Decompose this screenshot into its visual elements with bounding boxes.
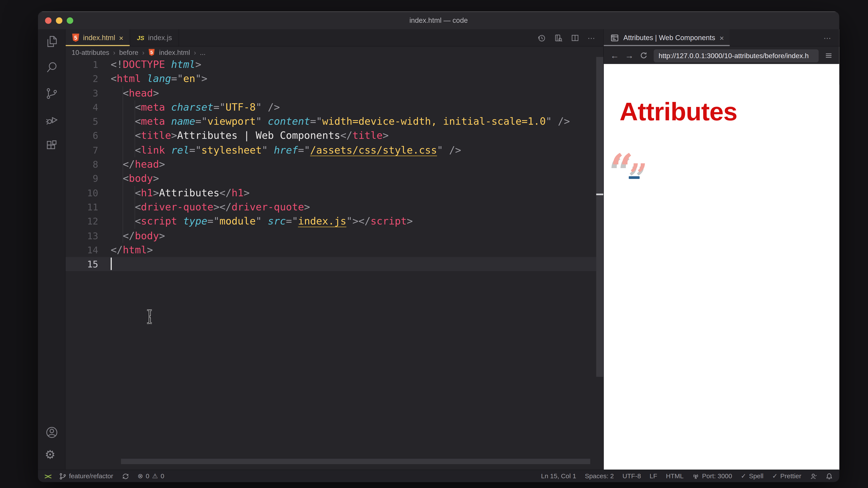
code-line[interactable]: 1<!DOCTYPE html> [66, 58, 596, 72]
indentation[interactable]: Spaces: 2 [585, 473, 614, 480]
line-number: 4 [66, 100, 98, 115]
account-icon[interactable] [45, 426, 58, 440]
tab-index-html[interactable]: 5 index.html × [66, 29, 131, 46]
run-debug-icon[interactable] [45, 113, 58, 126]
more-actions-icon[interactable]: ⋯ [588, 33, 596, 42]
encoding[interactable]: UTF-8 [623, 473, 641, 480]
horizontal-scrollbar[interactable] [121, 459, 590, 464]
prettier-formatter[interactable]: ✓ Prettier [772, 473, 801, 480]
breadcrumb-folder[interactable]: 10-attributes [72, 48, 110, 56]
line-content: <title>Attributes | Web Components</titl… [98, 129, 389, 143]
remote-indicator[interactable]: >< [44, 472, 51, 480]
url-input[interactable]: http://127.0.0.1:3000/10-attributes/befo… [654, 49, 819, 62]
line-content [98, 257, 112, 271]
language-mode[interactable]: HTML [666, 473, 684, 480]
page-heading: Attributes [620, 97, 737, 126]
code-line[interactable]: 15 [66, 257, 596, 271]
git-branch-item[interactable]: feature/refactor [59, 473, 113, 480]
code-line[interactable]: 5 <meta name="viewport" content="width=d… [66, 115, 596, 129]
preview-more-actions-icon[interactable]: ⋯ [824, 33, 839, 42]
breadcrumb[interactable]: 10-attributes › before › 5 index.html › … [66, 46, 603, 58]
line-number: 12 [66, 214, 98, 229]
sync-item[interactable] [122, 473, 129, 480]
code-line[interactable]: 14</html> [66, 243, 596, 257]
code-line[interactable]: 12 <script type="module" src="index.js">… [66, 214, 596, 229]
branch-icon [59, 473, 66, 480]
preview-tab-bar: Attributes | Web Components × ⋯ [604, 29, 839, 46]
line-number: 1 [66, 58, 98, 72]
code-line[interactable]: 2<html lang="en"> [66, 72, 596, 86]
notifications-item[interactable] [826, 473, 833, 480]
indent-guide [134, 186, 135, 229]
line-number: 9 [66, 171, 98, 186]
feedback-person-icon [810, 473, 817, 480]
breadcrumb-symbol[interactable]: ... [200, 48, 206, 56]
live-server-port[interactable]: Port: 3000 [692, 473, 732, 480]
preview-tab[interactable]: Attributes | Web Components × [604, 29, 730, 46]
reload-icon[interactable] [640, 52, 648, 60]
code-editor[interactable]: 1<!DOCTYPE html>2<html lang="en">3 <head… [66, 58, 596, 470]
open-changes-icon[interactable] [554, 33, 563, 42]
browser-nav-bar: ← → http://127.0.0.1:3000/10-attributes/… [604, 46, 839, 65]
html5-file-icon: 5 [149, 49, 155, 56]
code-line[interactable]: 8 </head> [66, 157, 596, 171]
settings-gear-icon[interactable]: ⚙ [45, 449, 58, 463]
cursor-position[interactable]: Ln 15, Col 1 [541, 473, 576, 480]
line-content: </head> [98, 157, 165, 171]
html5-file-icon: 5 [72, 34, 80, 42]
editor-group: 5 index.html × JS index.js ⋯ [66, 29, 603, 470]
close-tab-icon[interactable]: × [119, 33, 123, 42]
status-right: Ln 15, Col 1 Spaces: 2 UTF-8 LF HTML Por… [541, 473, 833, 480]
title-bar[interactable]: index.html — code [38, 11, 839, 30]
warning-icon: ⚠ [152, 473, 158, 480]
vertical-scrollbar[interactable] [596, 57, 603, 377]
line-content: <h1>Attributes</h1> [98, 186, 250, 200]
search-icon[interactable] [45, 61, 58, 74]
source-control-icon[interactable] [45, 87, 58, 100]
activity-bar-bottom: ⚙ [45, 426, 58, 463]
back-icon[interactable]: ← [611, 51, 619, 60]
quote-underline-dash [629, 176, 640, 179]
line-number: 2 [66, 72, 98, 86]
sync-icon [122, 473, 129, 480]
problems-item[interactable]: ⊗ 0 ⚠ 0 [137, 473, 164, 480]
check-icon: ✓ [741, 473, 746, 480]
feedback-item[interactable] [810, 473, 817, 480]
bell-icon [826, 473, 833, 480]
port-label: Port: 3000 [702, 473, 732, 480]
code-line[interactable]: 13 </body> [66, 229, 596, 243]
eol-sequence[interactable]: LF [650, 473, 657, 480]
browser-preview-icon [611, 33, 619, 42]
code-line[interactable]: 6 <title>Attributes | Web Components</ti… [66, 129, 596, 143]
spell-checker[interactable]: ✓ Spell [741, 473, 764, 480]
extensions-icon[interactable] [45, 139, 58, 153]
activity-bar: ⚙ [38, 29, 66, 470]
preview-page: Attributes “ ” [604, 64, 839, 470]
code-line[interactable]: 7 <link rel="stylesheet" href="/assets/c… [66, 143, 596, 157]
line-content: <html lang="en"> [98, 72, 208, 86]
line-content: <link rel="stylesheet" href="/assets/css… [98, 143, 461, 157]
indent-guide [134, 100, 135, 157]
tab-index-js[interactable]: JS index.js [130, 29, 179, 46]
menu-hamburger-icon[interactable] [825, 52, 833, 60]
breadcrumb-file[interactable]: index.html [159, 48, 190, 56]
js-file-icon: JS [137, 34, 144, 41]
code-lines: 1<!DOCTYPE html>2<html lang="en">3 <head… [66, 58, 596, 271]
editor-actions: ⋯ [537, 29, 603, 46]
code-line[interactable]: 4 <meta charset="UTF-8" /> [66, 100, 596, 115]
code-line[interactable]: 9 <body> [66, 171, 596, 186]
code-line[interactable]: 10 <h1>Attributes</h1> [66, 186, 596, 200]
line-number: 8 [66, 157, 98, 171]
timeline-history-icon[interactable] [537, 33, 546, 42]
code-line[interactable]: 3 <head> [66, 86, 596, 100]
close-preview-icon[interactable]: × [720, 33, 724, 42]
breadcrumb-folder[interactable]: before [119, 48, 138, 56]
preview-tab-title: Attributes | Web Components [623, 34, 715, 42]
explorer-icon[interactable] [45, 35, 58, 48]
split-editor-icon[interactable] [571, 33, 579, 42]
forward-icon[interactable]: → [625, 51, 633, 60]
check-icon: ✓ [772, 473, 777, 480]
close-quote-glyph: ” [629, 159, 647, 191]
code-line[interactable]: 11 <driver-quote></driver-quote> [66, 200, 596, 214]
line-number: 11 [66, 200, 98, 214]
